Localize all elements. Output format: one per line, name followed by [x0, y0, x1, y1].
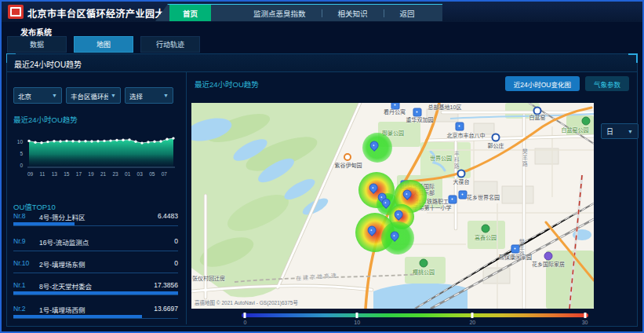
map-label: 丰科路 [453, 151, 459, 170]
top-bar: 北京市丰台区循环经济产业园大气恶臭状况实时 首页 监测点恶臭指数 相关知识 返回 [2, 2, 642, 22]
x-tick: 05 [149, 171, 155, 177]
period-select[interactable]: 日 ▼ [601, 123, 639, 139]
top10-row[interactable]: Nr.9 16号-流动监测点 0 [13, 236, 178, 256]
rank-bar [13, 222, 75, 225]
map-label: 花乡世界名园 [467, 195, 500, 201]
chevron-down-icon: ▼ [52, 93, 57, 98]
x-tick: 17 [76, 171, 82, 177]
chevron-down-icon: ▼ [163, 93, 169, 98]
map-label: 张仪村回迁房 [192, 276, 225, 282]
gradient-bar [242, 313, 588, 317]
shopping-icon [544, 252, 553, 261]
map-label: 熙保康闲家园 [499, 254, 532, 261]
map-label: 花乡国际家居 [532, 262, 565, 268]
nav-tab-home[interactable]: 首页 [169, 5, 211, 21]
app-logo-icon [8, 5, 24, 19]
scenic-spot-icon [344, 153, 351, 161]
map-label: 重华双加园 [406, 117, 434, 123]
district-select[interactable]: 丰台区循环经济产 ▼ [66, 87, 121, 104]
rank-bar-track [13, 222, 178, 226]
top10-row[interactable]: Nr.2 1号-填埋场西侧 13.6697 [13, 303, 178, 324]
map-section-title: 最近24小时OU趋势 [195, 79, 259, 90]
weather-params-button[interactable]: 气象参数 [585, 76, 629, 91]
map-label: 世界公园 [430, 156, 452, 162]
metro-station-icon [533, 107, 542, 115]
x-tick: 21 [100, 171, 106, 177]
x-tick: 01 [125, 171, 130, 177]
map-label: 郭公庄 [488, 143, 504, 149]
poi-icon [456, 123, 464, 131]
nav-tab-odor-index[interactable]: 监测点恶臭指数 [244, 5, 315, 21]
publish-buttons: 数据 地图 行动轨迹 [7, 36, 200, 53]
ou-trend-chart: 10 5 0 09111315171921 [13, 126, 183, 197]
station-select[interactable]: 选择 ▼ [125, 87, 173, 104]
app-window: 北京市丰台区循环经济产业园大气恶臭状况实时 首页 监测点恶臭指数 相关知识 返回… [0, 0, 644, 333]
trend-chart-title: 最近24小时OU趋势 [13, 114, 78, 125]
park-icon [420, 259, 428, 268]
rank-bar-track [13, 315, 178, 319]
map-label: 高鑫公园 [475, 235, 497, 241]
ou-color-scale: 0 10 20 30 [242, 312, 588, 326]
map-label: 樱桃公园 [413, 269, 435, 276]
map-label: 总部基地10区 [428, 104, 462, 111]
x-axis-ticks: 091113151719212301030507 [27, 171, 167, 177]
x-tick: 23 [112, 171, 118, 177]
map-label: 紫谷伊甸园 [335, 163, 362, 169]
nav-tab-knowledge[interactable]: 相关知识 [329, 5, 377, 21]
map-panel: 最近24小时OU趋势 近24小时OU变化图 气象参数 [186, 71, 635, 324]
nav-bar: 首页 监测点恶臭指数 相关知识 返回 [155, 4, 442, 21]
rank-bar-track [13, 247, 178, 251]
top10-row[interactable]: Nr.8 4号-筛分上料区 6.4483 [13, 210, 178, 231]
map-label: 白盆窑 [529, 115, 546, 121]
x-tick: 03 [137, 171, 143, 177]
x-tick: 19 [88, 171, 93, 177]
area-chart-svg [24, 128, 178, 170]
park-icon [582, 117, 591, 126]
tab-data[interactable]: 数据 [7, 36, 67, 53]
map[interactable]: 高德地图 © 2021 AutoNavi - GS(2021)6375号 总部基… [191, 103, 594, 309]
scale-tick [584, 313, 586, 318]
top10-row[interactable]: Nr.1 8号-北天堂村委会 17.3856 [13, 280, 178, 300]
scale-tick [356, 313, 358, 318]
map-label: 大葆台 [453, 179, 470, 185]
tab-track[interactable]: 行动轨迹 [140, 36, 200, 53]
x-tick: 11 [40, 171, 45, 177]
rank-bar [13, 315, 142, 318]
chevron-down-icon: ▼ [111, 93, 116, 98]
chevron-down-icon: ▼ [628, 129, 633, 134]
main-panel-title: 最近24小时OU趋势 [14, 58, 82, 70]
nav-separator [384, 9, 384, 17]
left-panel: 北京 ▼ 丰台区循环经济产 ▼ 选择 ▼ 最近24小时OU趋势 10 5 0 [9, 71, 186, 324]
city-select[interactable]: 北京 ▼ [13, 87, 62, 104]
nav-tab-back[interactable]: 返回 [391, 5, 424, 21]
x-tick: 15 [64, 171, 69, 177]
poi-icon [459, 191, 468, 199]
x-tick: 07 [162, 171, 167, 177]
rank-bar-track [13, 269, 178, 273]
tab-map[interactable]: 地图 [74, 36, 133, 53]
rank-bar-track [13, 291, 178, 295]
top10-row[interactable]: Nr.10 2号-填埋场东侧 0 [13, 258, 178, 278]
map-attribution: 高德地图 © 2021 AutoNavi - GS(2021)6375号 [195, 298, 298, 306]
metro-station-icon [457, 170, 466, 178]
nav-separator [322, 9, 322, 17]
map-label: 北京市丰台八中 [447, 133, 486, 139]
map-label: 樊羊路 [518, 239, 524, 258]
park-icon [482, 225, 490, 233]
scale-tick [244, 313, 246, 318]
metro-station-icon [492, 134, 500, 142]
rank-bar [13, 291, 178, 295]
scale-tick [471, 313, 474, 318]
main-panel: 最近24小时OU趋势 北京 ▼ 丰台区循环经济产 ▼ 选择 ▼ 最近24小时OU… [6, 53, 638, 327]
map-label: 看丹公寓 [384, 109, 406, 115]
map-label: 樊羊路 [521, 148, 527, 167]
poi-icon [413, 108, 422, 117]
main-panel-header: 最近24小时OU趋势 [7, 54, 637, 72]
ou-change-map-button[interactable]: 近24小时OU变化图 [505, 76, 580, 91]
x-tick: 13 [52, 171, 57, 177]
map-label: 白盆窑公园 [562, 127, 589, 134]
x-tick: 09 [27, 171, 33, 177]
